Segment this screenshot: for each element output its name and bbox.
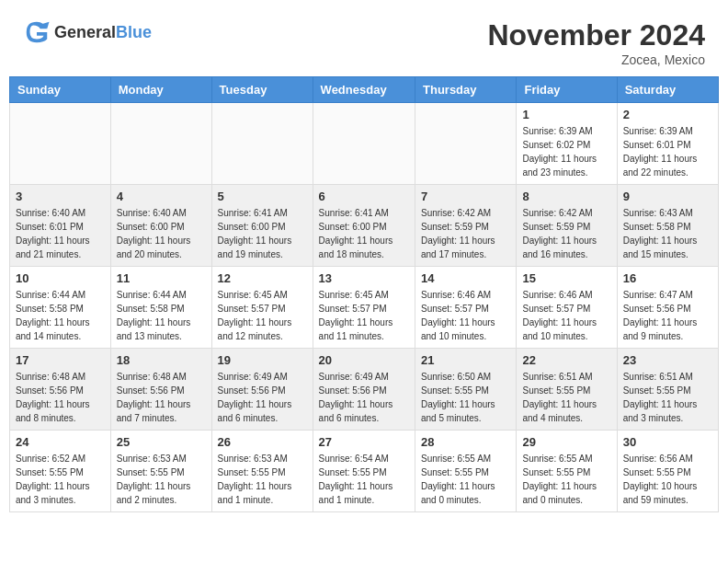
calendar-cell: 21Sunrise: 6:50 AM Sunset: 5:55 PM Dayli… [415, 349, 517, 431]
day-number: 14 [421, 271, 510, 285]
day-number: 17 [16, 353, 105, 367]
day-info: Sunrise: 6:48 AM Sunset: 5:56 PM Dayligh… [16, 370, 105, 425]
day-info: Sunrise: 6:53 AM Sunset: 5:55 PM Dayligh… [218, 452, 307, 507]
day-info: Sunrise: 6:50 AM Sunset: 5:55 PM Dayligh… [421, 370, 510, 425]
calendar-cell: 2Sunrise: 6:39 AM Sunset: 6:01 PM Daylig… [617, 103, 718, 185]
calendar-week-row: 3Sunrise: 6:40 AM Sunset: 6:01 PM Daylig… [10, 185, 719, 267]
day-number: 24 [16, 435, 105, 449]
day-info: Sunrise: 6:55 AM Sunset: 5:55 PM Dayligh… [522, 452, 610, 507]
day-number: 8 [522, 190, 610, 203]
calendar-cell: 15Sunrise: 6:46 AM Sunset: 5:57 PM Dayli… [517, 267, 617, 349]
page-header: GeneralBlue November 2024 Zocea, Mexico [9, 9, 719, 72]
logo-blue: Blue [116, 23, 152, 41]
day-info: Sunrise: 6:39 AM Sunset: 6:02 PM Dayligh… [522, 124, 610, 179]
calendar-cell: 17Sunrise: 6:48 AM Sunset: 5:56 PM Dayli… [10, 349, 111, 431]
day-info: Sunrise: 6:56 AM Sunset: 5:55 PM Dayligh… [623, 452, 712, 507]
day-info: Sunrise: 6:44 AM Sunset: 5:58 PM Dayligh… [16, 288, 105, 343]
calendar-cell: 16Sunrise: 6:47 AM Sunset: 5:56 PM Dayli… [617, 267, 718, 349]
day-number: 4 [117, 190, 206, 203]
calendar-cell: 30Sunrise: 6:56 AM Sunset: 5:55 PM Dayli… [617, 431, 718, 512]
day-info: Sunrise: 6:45 AM Sunset: 5:57 PM Dayligh… [218, 288, 307, 343]
calendar-cell [415, 103, 517, 185]
day-info: Sunrise: 6:40 AM Sunset: 6:01 PM Dayligh… [16, 206, 105, 261]
day-info: Sunrise: 6:52 AM Sunset: 5:55 PM Dayligh… [16, 452, 105, 507]
calendar-cell: 7Sunrise: 6:42 AM Sunset: 5:59 PM Daylig… [415, 185, 517, 267]
calendar-header-monday: Monday [110, 77, 211, 103]
calendar-cell: 13Sunrise: 6:45 AM Sunset: 5:57 PM Dayli… [313, 267, 415, 349]
day-info: Sunrise: 6:49 AM Sunset: 5:56 PM Dayligh… [218, 370, 307, 425]
month-title: November 2024 [487, 18, 705, 52]
day-number: 20 [319, 353, 409, 367]
day-info: Sunrise: 6:39 AM Sunset: 6:01 PM Dayligh… [623, 124, 712, 179]
calendar-cell: 29Sunrise: 6:55 AM Sunset: 5:55 PM Dayli… [517, 431, 617, 512]
day-number: 11 [117, 271, 206, 285]
logo-text: GeneralBlue [54, 23, 152, 42]
calendar-cell [10, 103, 111, 185]
day-number: 23 [623, 353, 712, 367]
calendar-cell: 11Sunrise: 6:44 AM Sunset: 5:58 PM Dayli… [110, 267, 211, 349]
day-info: Sunrise: 6:42 AM Sunset: 5:59 PM Dayligh… [421, 206, 510, 261]
calendar-cell: 19Sunrise: 6:49 AM Sunset: 5:56 PM Dayli… [211, 349, 313, 431]
calendar-cell: 3Sunrise: 6:40 AM Sunset: 6:01 PM Daylig… [10, 185, 111, 267]
day-number: 25 [117, 435, 206, 449]
day-number: 9 [623, 190, 712, 203]
calendar-cell: 25Sunrise: 6:53 AM Sunset: 5:55 PM Dayli… [110, 431, 211, 512]
day-info: Sunrise: 6:41 AM Sunset: 6:00 PM Dayligh… [218, 206, 307, 261]
day-number: 22 [522, 353, 610, 367]
day-number: 5 [218, 190, 307, 203]
day-info: Sunrise: 6:51 AM Sunset: 5:55 PM Dayligh… [623, 370, 712, 425]
day-info: Sunrise: 6:44 AM Sunset: 5:58 PM Dayligh… [117, 288, 206, 343]
calendar-cell: 6Sunrise: 6:41 AM Sunset: 6:00 PM Daylig… [313, 185, 415, 267]
day-number: 7 [421, 190, 510, 203]
calendar-cell [110, 103, 211, 185]
day-info: Sunrise: 6:55 AM Sunset: 5:55 PM Dayligh… [421, 452, 510, 507]
logo-general: General [54, 23, 116, 41]
day-number: 28 [421, 435, 510, 449]
calendar-cell: 22Sunrise: 6:51 AM Sunset: 5:55 PM Dayli… [517, 349, 617, 431]
calendar-header-saturday: Saturday [617, 77, 718, 103]
calendar-cell: 5Sunrise: 6:41 AM Sunset: 6:00 PM Daylig… [211, 185, 313, 267]
calendar-week-row: 1Sunrise: 6:39 AM Sunset: 6:02 PM Daylig… [10, 103, 719, 185]
day-info: Sunrise: 6:49 AM Sunset: 5:56 PM Dayligh… [319, 370, 409, 425]
calendar-header-friday: Friday [517, 77, 617, 103]
day-number: 6 [319, 190, 409, 203]
day-number: 16 [623, 271, 712, 285]
day-info: Sunrise: 6:54 AM Sunset: 5:55 PM Dayligh… [319, 452, 409, 507]
calendar-header-tuesday: Tuesday [211, 77, 313, 103]
calendar-cell: 1Sunrise: 6:39 AM Sunset: 6:02 PM Daylig… [517, 103, 617, 185]
day-info: Sunrise: 6:40 AM Sunset: 6:00 PM Dayligh… [117, 206, 206, 261]
calendar-header-wednesday: Wednesday [313, 77, 415, 103]
calendar-cell: 20Sunrise: 6:49 AM Sunset: 5:56 PM Dayli… [313, 349, 415, 431]
day-number: 19 [218, 353, 307, 367]
calendar-table: SundayMondayTuesdayWednesdayThursdayFrid… [9, 76, 719, 512]
calendar-cell: 9Sunrise: 6:43 AM Sunset: 5:58 PM Daylig… [617, 185, 718, 267]
calendar-week-row: 17Sunrise: 6:48 AM Sunset: 5:56 PM Dayli… [10, 349, 719, 431]
calendar-week-row: 24Sunrise: 6:52 AM Sunset: 5:55 PM Dayli… [10, 431, 719, 512]
day-number: 29 [522, 435, 610, 449]
logo: GeneralBlue [23, 18, 152, 46]
title-area: November 2024 Zocea, Mexico [487, 18, 705, 67]
day-number: 26 [218, 435, 307, 449]
calendar-week-row: 10Sunrise: 6:44 AM Sunset: 5:58 PM Dayli… [10, 267, 719, 349]
logo-icon [23, 18, 51, 46]
day-info: Sunrise: 6:51 AM Sunset: 5:55 PM Dayligh… [522, 370, 610, 425]
day-number: 10 [16, 271, 105, 285]
day-info: Sunrise: 6:53 AM Sunset: 5:55 PM Dayligh… [117, 452, 206, 507]
day-info: Sunrise: 6:41 AM Sunset: 6:00 PM Dayligh… [319, 206, 409, 261]
day-number: 13 [319, 271, 409, 285]
day-number: 21 [421, 353, 510, 367]
day-info: Sunrise: 6:46 AM Sunset: 5:57 PM Dayligh… [522, 288, 610, 343]
calendar-cell: 24Sunrise: 6:52 AM Sunset: 5:55 PM Dayli… [10, 431, 111, 512]
calendar-cell: 12Sunrise: 6:45 AM Sunset: 5:57 PM Dayli… [211, 267, 313, 349]
calendar-cell: 4Sunrise: 6:40 AM Sunset: 6:00 PM Daylig… [110, 185, 211, 267]
calendar-cell: 23Sunrise: 6:51 AM Sunset: 5:55 PM Dayli… [617, 349, 718, 431]
day-number: 3 [16, 190, 105, 203]
calendar-header-row: SundayMondayTuesdayWednesdayThursdayFrid… [10, 77, 719, 103]
location: Zocea, Mexico [487, 52, 705, 67]
calendar-cell: 28Sunrise: 6:55 AM Sunset: 5:55 PM Dayli… [415, 431, 517, 512]
day-number: 18 [117, 353, 206, 367]
calendar-cell: 14Sunrise: 6:46 AM Sunset: 5:57 PM Dayli… [415, 267, 517, 349]
calendar-cell: 10Sunrise: 6:44 AM Sunset: 5:58 PM Dayli… [10, 267, 111, 349]
day-info: Sunrise: 6:43 AM Sunset: 5:58 PM Dayligh… [623, 206, 712, 261]
calendar-header-thursday: Thursday [415, 77, 517, 103]
